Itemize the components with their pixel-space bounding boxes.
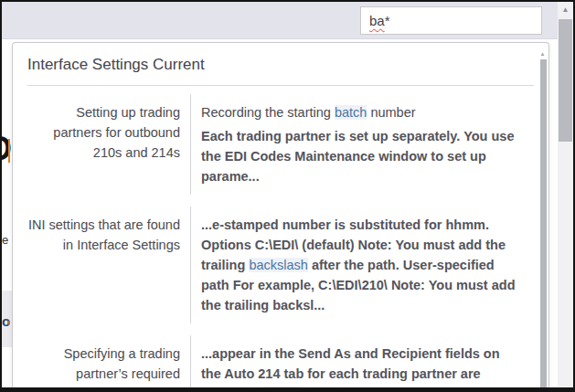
search-result-row[interactable]: INI settings that are found in Interface… [13,207,548,323]
window-scrollbar[interactable]: ▲ [558,2,573,387]
result-content: ...appear in the Send As and Recipient f… [190,335,536,392]
search-result-row[interactable]: Setting up trading partners for outbound… [13,94,548,195]
search-result-row[interactable]: Specifying a trading partner’s required … [13,335,548,392]
result-content: Recording the starting batch numberEach … [190,94,536,195]
results-list: Setting up trading partners for outbound… [13,86,548,392]
panel-scrollbar-thumb[interactable] [540,59,547,388]
app-window: D e o ba* Interface Settings Current Set… [0,0,575,392]
window-scrollbar-thumb[interactable] [559,19,572,142]
background-orange-dot [8,321,10,324]
result-topic-title: INI settings that are found in Interface… [13,207,190,323]
search-term-highlight: backslash [249,258,307,272]
result-snippet: ...appear in the Send As and Recipient f… [201,344,523,392]
search-results-dropdown: Interface Settings Current Setting up tr… [12,42,549,392]
result-topic-title: Specifying a trading partner’s required … [13,335,190,392]
result-snippet: Each trading partner is set up separatel… [201,126,523,186]
result-topic-title: Setting up trading partners for outbound… [13,94,190,195]
search-text-wildcard: * [385,13,390,28]
snippet-text: number [367,105,415,120]
scroll-up-icon[interactable]: ▲ [538,50,547,58]
snippet-text: ...appear in the Send As and Recipient f… [201,346,500,392]
result-content: ...e-stamped number is substituted for h… [190,207,536,323]
search-text-misspelled: ba [369,13,385,28]
snippet-text: Each trading partner is set up separatel… [201,129,514,184]
background-clipped-text-e: e [2,233,10,248]
search-input[interactable]: ba* [360,6,542,35]
header-bar: ba* [2,2,558,39]
result-title-link[interactable]: Recording the starting batch number [201,102,523,122]
snippet-text: Recording the starting [201,105,335,120]
scroll-up-icon[interactable]: ▲ [558,2,573,17]
results-panel-title: Interface Settings Current [13,43,548,85]
result-snippet: ...e-stamped number is substituted for h… [201,215,523,315]
search-term-highlight: based [264,387,301,392]
search-term-highlight: batch [335,105,367,120]
background-orange-accent [8,139,10,163]
